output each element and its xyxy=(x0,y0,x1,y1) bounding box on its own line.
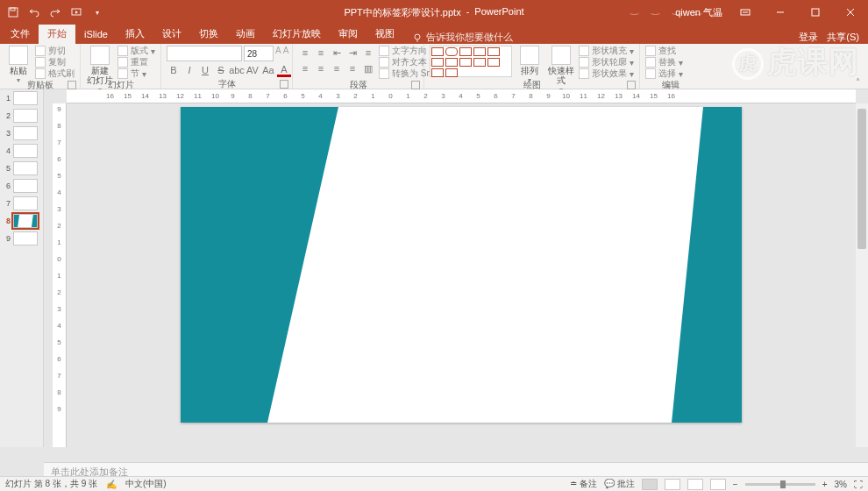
font-color-button[interactable]: A xyxy=(277,63,291,77)
ribbon-tabs: 文件 开始 iSlide 插入 设计 切换 动画 幻灯片放映 审阅 视图 告诉我… xyxy=(0,25,868,44)
shape-fill-button[interactable]: 形状填充▾ xyxy=(579,46,634,56)
dialog-launcher-icon[interactable] xyxy=(68,81,76,89)
thumbnail-slide-6[interactable]: 6 xyxy=(0,177,43,195)
tell-me-search[interactable]: 告诉我你想要做什么 xyxy=(412,31,513,44)
slide-sorter-view-icon[interactable] xyxy=(665,479,680,490)
scrollbar-thumb[interactable] xyxy=(857,109,866,249)
zoom-percent[interactable]: 3% xyxy=(835,480,847,489)
tab-islide[interactable]: iSlide xyxy=(75,25,117,44)
ribbon: 粘贴▾ 剪切 复制 格式刷 剪贴板 新建 幻灯片▾ 版式▾ 重置 节▾ 幻灯片 xyxy=(0,44,868,89)
shape-parallelogram-left[interactable] xyxy=(181,107,338,423)
zoom-in-icon[interactable]: + xyxy=(822,480,828,489)
collapse-ribbon-icon[interactable]: ˄ xyxy=(854,44,868,89)
tab-review[interactable]: 审阅 xyxy=(330,25,366,44)
language-indicator[interactable]: 中文(中国) xyxy=(125,478,167,490)
decrease-font-icon[interactable]: A xyxy=(283,46,289,61)
increase-indent-icon[interactable]: ⇥ xyxy=(345,46,359,60)
zoom-out-icon[interactable]: − xyxy=(733,480,738,489)
align-left-icon[interactable]: ≡ xyxy=(298,61,312,75)
ribbon-display-options-icon[interactable] xyxy=(728,0,763,25)
thumbnail-slide-2[interactable]: 2 xyxy=(0,107,43,125)
format-painter-button[interactable]: 格式刷 xyxy=(35,68,75,79)
shadow-button[interactable]: abc xyxy=(230,63,244,77)
numbering-button[interactable]: ≡ xyxy=(314,46,328,60)
minimize-icon[interactable] xyxy=(763,0,798,25)
save-icon[interactable] xyxy=(5,4,21,20)
tab-animations[interactable]: 动画 xyxy=(227,25,264,44)
font-family-combo[interactable] xyxy=(167,46,242,61)
replace-button[interactable]: 替换▾ xyxy=(645,57,683,68)
slide-canvas[interactable] xyxy=(181,107,742,423)
italic-button[interactable]: I xyxy=(182,63,196,77)
dialog-launcher-icon[interactable] xyxy=(627,81,636,89)
undo-icon[interactable] xyxy=(26,4,42,20)
thumbnail-slide-8[interactable]: 8 xyxy=(0,212,43,230)
increase-font-icon[interactable]: A xyxy=(275,46,281,61)
align-center-icon[interactable]: ≡ xyxy=(314,61,328,75)
new-slide-icon xyxy=(90,46,110,65)
fit-to-window-icon[interactable]: ⛶ xyxy=(854,480,863,489)
thumbnail-slide-9[interactable]: 9 xyxy=(0,230,43,247)
shape-outline-button[interactable]: 形状轮廓▾ xyxy=(579,57,634,68)
char-spacing-button[interactable]: AV xyxy=(245,63,260,77)
tab-slideshow[interactable]: 幻灯片放映 xyxy=(264,25,330,44)
slide-thumbnails-panel[interactable]: 123456789 xyxy=(0,89,44,447)
tab-transitions[interactable]: 切换 xyxy=(190,25,227,44)
arrange-icon xyxy=(520,46,539,65)
close-icon[interactable] xyxy=(833,0,868,25)
thumbnail-slide-7[interactable]: 7 xyxy=(0,195,43,212)
reset-button[interactable]: 重置 xyxy=(117,57,155,68)
line-spacing-icon[interactable]: ≡ xyxy=(361,46,375,60)
zoom-slider[interactable] xyxy=(745,483,815,486)
reading-view-icon[interactable] xyxy=(687,479,703,490)
share-button[interactable]: 共享(S) xyxy=(827,31,859,44)
comments-toggle[interactable]: 💬 批注 xyxy=(604,478,635,490)
spellcheck-icon[interactable]: ✍ xyxy=(106,480,117,489)
section-button[interactable]: 节▾ xyxy=(117,68,155,79)
cut-button[interactable]: 剪切 xyxy=(35,46,75,56)
dialog-launcher-icon[interactable] xyxy=(280,80,288,89)
account-name[interactable]: qiwen 气温 xyxy=(675,6,722,19)
select-button[interactable]: 选择▾ xyxy=(645,68,683,79)
justify-icon[interactable]: ≡ xyxy=(345,61,359,75)
start-from-beginning-icon[interactable] xyxy=(68,4,84,20)
font-size-combo[interactable] xyxy=(244,46,274,61)
find-button[interactable]: 查找 xyxy=(645,46,683,56)
copy-button[interactable]: 复制 xyxy=(35,57,75,68)
search-icon xyxy=(645,46,656,56)
change-case-button[interactable]: Aa xyxy=(261,63,275,77)
align-right-icon[interactable]: ≡ xyxy=(330,61,344,75)
shape-effects-button[interactable]: 形状效果▾ xyxy=(579,68,634,79)
strike-button[interactable]: S xyxy=(214,63,228,77)
select-icon xyxy=(645,68,656,79)
vertical-scrollbar[interactable] xyxy=(856,103,868,447)
normal-view-icon[interactable] xyxy=(642,479,658,490)
shape-parallelogram-right[interactable] xyxy=(672,107,742,423)
tab-design[interactable]: 设计 xyxy=(153,25,190,44)
decrease-indent-icon[interactable]: ⇤ xyxy=(330,46,344,60)
layout-button[interactable]: 版式▾ xyxy=(117,46,155,56)
bold-button[interactable]: B xyxy=(167,63,181,77)
underline-button[interactable]: U xyxy=(198,63,212,77)
thumbnail-slide-3[interactable]: 3 xyxy=(0,125,43,142)
slideshow-view-icon[interactable] xyxy=(710,479,726,490)
tab-file[interactable]: 文件 xyxy=(2,25,39,44)
tab-insert[interactable]: 插入 xyxy=(117,25,153,44)
thumbnail-slide-1[interactable]: 1 xyxy=(0,89,43,107)
thumbnail-slide-5[interactable]: 5 xyxy=(0,160,43,177)
group-label: 字体 xyxy=(218,78,236,89)
bullets-button[interactable]: ≡ xyxy=(298,46,312,60)
qat-customize-icon[interactable]: ▾ xyxy=(89,4,105,20)
maximize-icon[interactable] xyxy=(798,0,833,25)
tab-view[interactable]: 视图 xyxy=(366,25,403,44)
tab-home[interactable]: 开始 xyxy=(39,25,75,44)
notes-toggle[interactable]: ≐ 备注 xyxy=(570,478,597,490)
signin-button[interactable]: 登录 xyxy=(799,31,818,44)
thumbnail-slide-4[interactable]: 4 xyxy=(0,142,43,160)
redo-icon[interactable] xyxy=(47,4,63,20)
dialog-launcher-icon[interactable] xyxy=(411,81,420,89)
canvas-area[interactable] xyxy=(67,103,856,447)
columns-icon[interactable]: ▥ xyxy=(361,61,375,75)
window-title: PPT中的标签彩带设计.pptx - PowerPoint xyxy=(344,6,523,19)
shapes-gallery[interactable] xyxy=(430,46,512,77)
